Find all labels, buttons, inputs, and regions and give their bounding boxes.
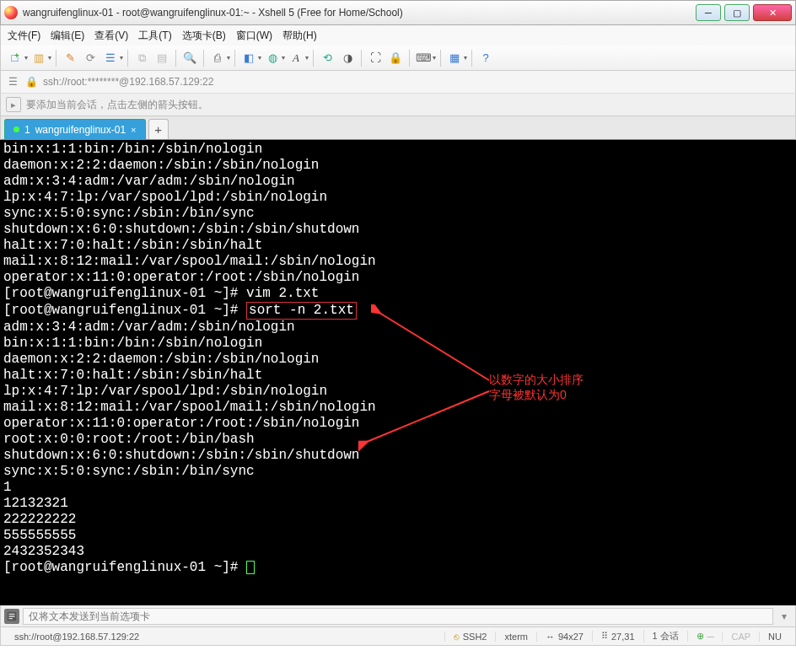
size-icon: ↔: [546, 632, 555, 642]
status-cursor-pos: ⠿27,31: [592, 631, 643, 642]
highlighter-icon[interactable]: ✎: [61, 49, 79, 67]
tab-close-icon[interactable]: ×: [131, 125, 136, 135]
status-cap: CAP: [722, 632, 759, 642]
window-title: wangruifenglinux-01 - root@wangruifengli…: [23, 7, 696, 19]
panel-icon[interactable]: ◧: [239, 49, 258, 67]
menu-edit[interactable]: 编辑(E): [51, 29, 84, 43]
link-icon[interactable]: ⟳: [81, 49, 100, 67]
address-text[interactable]: ssh://root:********@192.168.57.129:22: [43, 76, 213, 88]
input-dropdown-icon[interactable]: ▾: [777, 609, 792, 624]
search-icon[interactable]: 🔍: [180, 49, 199, 67]
terminal-cursor: [246, 561, 255, 574]
session-input-bar: ▾: [0, 605, 796, 627]
tab-session-1[interactable]: 1 wangruifenglinux-01 ×: [4, 119, 146, 139]
ssh-icon: ⎋: [454, 632, 460, 642]
hint-text: 要添加当前会话，点击左侧的箭头按钮。: [26, 98, 208, 112]
window-titlebar: wangruifenglinux-01 - root@wangruifengli…: [0, 0, 796, 25]
hint-bar: ▸ 要添加当前会话，点击左侧的箭头按钮。: [0, 93, 796, 116]
status-sessions: 1 会话: [643, 630, 687, 642]
fullscreen-icon[interactable]: ⛶: [366, 49, 385, 67]
open-folder-icon[interactable]: ▥: [30, 49, 48, 67]
menu-window[interactable]: 窗口(W): [236, 29, 272, 43]
status-term: xterm: [495, 632, 536, 642]
bookmark-icon[interactable]: ☰: [6, 75, 19, 89]
status-ping: ⊕─: [687, 631, 723, 642]
menu-file[interactable]: 文件(F): [8, 29, 40, 43]
menu-view[interactable]: 查看(V): [94, 29, 128, 43]
terminal-output[interactable]: bin:x:1:1:bin:/bin:/sbin/nologin daemon:…: [0, 140, 796, 605]
status-dot-icon: [13, 126, 19, 132]
menu-tools[interactable]: 工具(T): [138, 29, 171, 43]
globe-icon[interactable]: ◍: [263, 49, 282, 67]
toolbar: □+▾ ▥▾ ✎ ⟳ ☰▾ ⧉ ▤ 🔍 ⎙▾ ◧▾ ◍▾ A▾ ⟲ ◑ ⛶ 🔒 …: [0, 46, 796, 71]
maximize-button[interactable]: ▢: [724, 4, 750, 21]
status-size: ↔94x27: [536, 632, 592, 642]
address-bar: ☰ 🔒 ssh://root:********@192.168.57.129:2…: [0, 71, 796, 93]
status-bar: ssh://root@192.168.57.129:22 ⎋SSH2 xterm…: [0, 627, 796, 646]
pos-icon: ⠿: [601, 631, 608, 642]
send-mode-icon[interactable]: [4, 609, 19, 624]
help-icon[interactable]: ?: [476, 49, 495, 67]
font-icon[interactable]: A: [287, 49, 305, 67]
refresh-icon[interactable]: ⟲: [318, 49, 336, 67]
highlighted-command: sort -n 2.txt: [246, 302, 357, 320]
lock-icon[interactable]: 🔒: [386, 49, 405, 67]
status-num: NU: [759, 632, 790, 642]
status-connection: ssh://root@192.168.57.129:22: [6, 632, 444, 642]
add-session-icon[interactable]: ▸: [6, 97, 21, 112]
copy-icon[interactable]: ⧉: [132, 49, 151, 67]
keyboard-icon[interactable]: ⌨: [414, 49, 433, 67]
print-icon[interactable]: ⎙: [208, 49, 227, 67]
menu-bar: 文件(F) 编辑(E) 查看(V) 工具(T) 选项卡(B) 窗口(W) 帮助(…: [0, 25, 796, 46]
new-session-icon[interactable]: □+: [6, 49, 24, 67]
session-input[interactable]: [23, 608, 773, 625]
close-button[interactable]: ✕: [753, 4, 792, 21]
paste-icon[interactable]: ▤: [153, 49, 171, 67]
properties-icon[interactable]: ☰: [101, 49, 120, 67]
tab-index: 1: [24, 124, 30, 136]
menu-tab-opts[interactable]: 选项卡(B): [182, 29, 226, 43]
status-ssh: ⎋SSH2: [444, 632, 496, 642]
layout-icon[interactable]: ▦: [445, 49, 464, 67]
sync-icon[interactable]: ◑: [338, 49, 357, 67]
minimize-button[interactable]: ─: [696, 4, 721, 21]
lock-small-icon: 🔒: [24, 75, 38, 89]
menu-help[interactable]: 帮助(H): [282, 29, 317, 43]
tab-bar: 1 wangruifenglinux-01 × +: [0, 116, 796, 140]
tab-label: wangruifenglinux-01: [35, 124, 126, 136]
tab-add-button[interactable]: +: [148, 119, 169, 139]
app-icon: [4, 6, 18, 19]
